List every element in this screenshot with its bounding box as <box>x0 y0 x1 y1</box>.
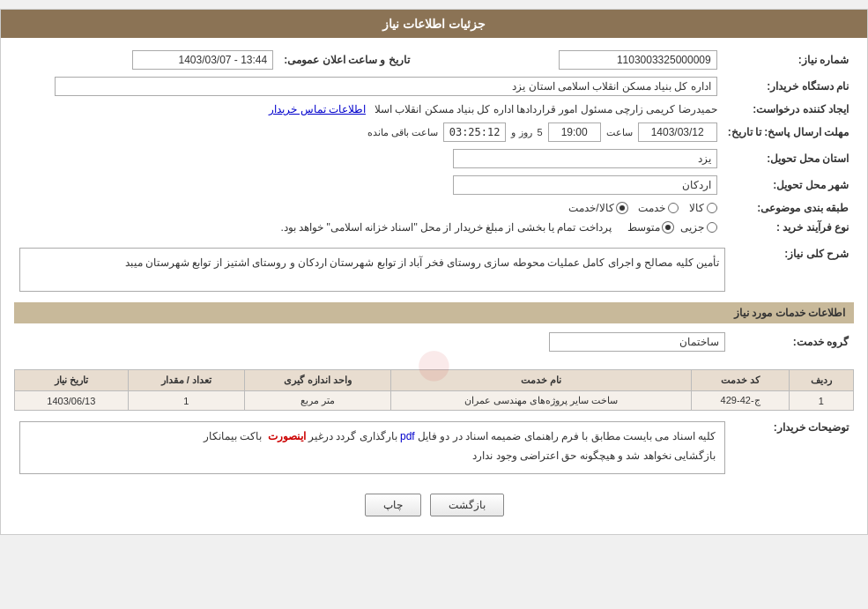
mohlet-label: مهلت ارسال پاسخ: تا تاریخ: <box>723 119 854 145</box>
ostan-value: یزد <box>453 149 717 168</box>
goroh-label: گروه خدمت: <box>731 329 854 355</box>
shomara-label: شماره نیاز: <box>723 47 854 73</box>
goroh-table: گروه خدمت: ساختمان <box>14 329 854 355</box>
noe-jozi: جزیی <box>680 221 717 234</box>
radio-khadmat <box>668 203 679 213</box>
ostan-label: استان محل تحویل: <box>723 145 854 172</box>
tabaqe-options-cell: کالا خدمت کالا/خدمت <box>14 198 723 218</box>
sharh-value: تأمین کلیه مصالح و اجرای کامل عملیات محو… <box>19 248 725 292</box>
ijad-value: حمیدرضا کریمی زارچی مسئول امور قراردادها… <box>375 103 717 115</box>
tarikh-value-cell: 1403/03/07 - 13:44 <box>14 47 278 73</box>
rooz-value: 5 <box>538 127 543 137</box>
goroh-value-cell: ساختمان <box>14 329 731 355</box>
col-kod: کد خدمت <box>692 370 790 391</box>
cell-tarikh: 1403/06/13 <box>15 391 129 411</box>
cell-tedad: 1 <box>128 391 244 411</box>
top-info-table: شماره نیاز: 1103003325000009 تاریخ و ساع… <box>14 47 854 237</box>
mohlet-remain: 03:25:12 <box>443 123 507 142</box>
sharh-value-cell: تأمین کلیه مصالح و اجرای کامل عملیات محو… <box>14 244 731 295</box>
cell-radif: 1 <box>789 391 853 411</box>
content-area: شماره نیاز: 1103003325000009 تاریخ و ساع… <box>1 38 867 534</box>
page-container: جزئیات اطلاعات نیاز شماره نیاز: 11030033… <box>0 9 868 535</box>
radio-jozi <box>707 222 717 233</box>
radio-kala-khadmat <box>617 203 627 213</box>
rooz-label: روز و <box>511 127 531 138</box>
header-title-text: جزئیات اطلاعات نیاز <box>382 17 486 31</box>
back-button[interactable]: بازگشت <box>430 494 504 516</box>
mohlet-saat: 19:00 <box>548 123 601 142</box>
tosiyat-text1: کلیه اسناد می بایست مطابق با فرم راهنمای… <box>204 430 716 442</box>
page-title: جزئیات اطلاعات نیاز <box>1 10 867 38</box>
sharh-table: شرح کلی نیاز: تأمین کلیه مصالح و اجرای ک… <box>14 244 854 295</box>
dastaghah-value-cell: اداره کل بنیاد مسکن انقلاب اسلامی استان … <box>14 73 723 100</box>
radio-motovaset <box>663 222 673 233</box>
col-vahed: واحد اندازه گیری <box>244 370 390 391</box>
ijad-value-cell: حمیدرضا کریمی زارچی مسئول امور قراردادها… <box>14 100 723 119</box>
noe-motovaset: متوسط <box>627 221 673 234</box>
col-tedad: تعداد / مقدار <box>128 370 244 391</box>
print-button[interactable]: چاپ <box>365 494 421 516</box>
col-nam: نام خدمت <box>391 370 692 391</box>
tarikh-label: تاریخ و ساعت اعلان عمومی: <box>278 47 427 73</box>
radio-kala <box>707 203 717 213</box>
tabaqe-label: طبقه بندی موضوعی: <box>723 198 854 218</box>
shahr-value-cell: اردکان <box>14 172 723 198</box>
shahr-value: اردکان <box>453 175 717 195</box>
cell-kod: ج-42-429 <box>692 391 790 411</box>
cell-nam: ساخت سایر پروژه‌های مهندسی عمران <box>391 391 692 411</box>
remain-label: ساعت باقی مانده <box>367 127 438 138</box>
tosiyat-text2: بازگشایی نخواهد شد و هیچگونه حق اعتراضی … <box>472 449 716 462</box>
mohlet-date: 1403/03/12 <box>638 123 717 142</box>
buttons-row: بازگشت چاپ <box>14 485 854 525</box>
mohlet-value-cell: 1403/03/12 ساعت 19:00 5 روز و 03:25:12 س… <box>14 119 723 145</box>
tamas-link[interactable]: اطلاعات تماس خریدار <box>269 103 366 115</box>
noe-desc: پرداخت تمام یا بخشی از مبلغ خریدار از مح… <box>280 221 611 234</box>
cell-vahed: متر مربع <box>244 391 390 411</box>
shomara-value: 1103003325000009 <box>559 50 717 70</box>
services-section-header: اطلاعات خدمات مورد نیاز <box>14 302 854 323</box>
tarikh-value: 1403/03/07 - 13:44 <box>132 50 273 70</box>
tabaqe-kala-khadmat: کالا/خدمت <box>568 202 627 214</box>
table-row: 1 ج-42-429 ساخت سایر پروژه‌های مهندسی عم… <box>15 391 854 411</box>
goroh-value: ساختمان <box>549 332 725 352</box>
tabaqe-kala: کالا <box>689 202 717 214</box>
shomara-value-cell: 1103003325000009 <box>427 47 723 73</box>
services-table: ردیف کد خدمت نام خدمت واحد اندازه گیری ت… <box>14 369 854 411</box>
sharh-label: شرح کلی نیاز: <box>731 244 854 295</box>
tabaqe-khadmat: خدمت <box>638 202 679 214</box>
tosiyat-value-cell: کلیه اسناد می بایست مطابق با فرم راهنمای… <box>14 418 731 478</box>
tosiyat-notes: کلیه اسناد می بایست مطابق با فرم راهنمای… <box>19 421 725 474</box>
services-table-container: ● ردیف کد خدمت نام خدمت واحد اندازه گیری… <box>14 362 854 411</box>
ijad-label: ایجاد کننده درخواست: <box>723 100 854 119</box>
saat-label: ساعت <box>606 127 633 138</box>
col-tarikh: تاریخ نیاز <box>15 370 129 391</box>
shahr-label: شهر محل تحویل: <box>723 172 854 198</box>
noe-options-cell: جزیی متوسط پرداخت تمام یا بخشی از مبلغ خ… <box>14 218 723 237</box>
dastaghah-value: اداره کل بنیاد مسکن انقلاب اسلامی استان … <box>55 77 717 96</box>
tosiyat-label: توضیحات خریدار: <box>731 418 854 478</box>
col-radif: ردیف <box>789 370 853 391</box>
dastaghah-label: نام دستگاه خریدار: <box>723 73 854 100</box>
tosiyat-table: توضیحات خریدار: کلیه اسناد می بایست مطاب… <box>14 418 854 478</box>
ostan-value-cell: یزد <box>14 145 723 172</box>
noe-label: نوع فرآیند خرید : <box>723 218 854 237</box>
